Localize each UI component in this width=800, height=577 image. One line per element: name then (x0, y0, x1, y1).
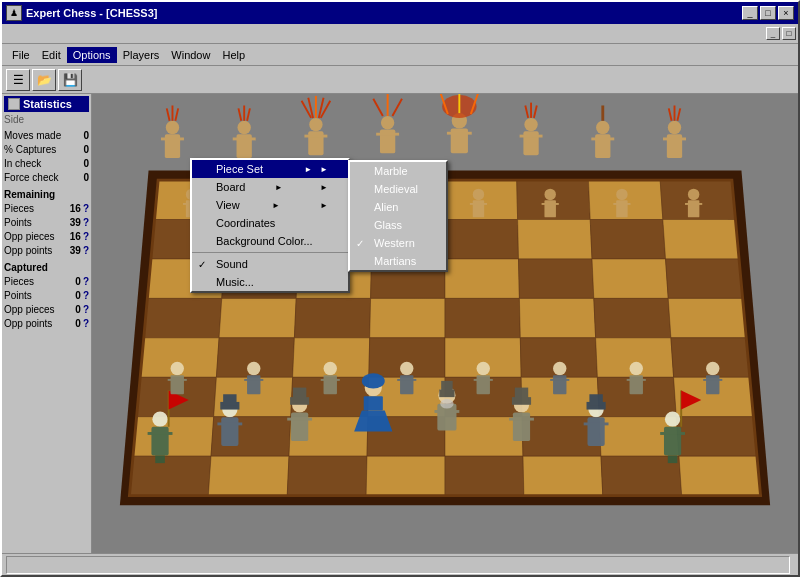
points-help-icon[interactable]: ? (83, 216, 89, 230)
menu-window[interactable]: Window (165, 47, 216, 63)
toolbar-new[interactable]: ☰ (6, 69, 30, 91)
menu-players[interactable]: Players (117, 47, 166, 63)
svg-point-178 (665, 411, 680, 426)
svg-point-136 (616, 189, 627, 200)
music-menu-item[interactable]: Music... (192, 273, 348, 291)
piece-western[interactable]: ✓ Western (350, 234, 446, 252)
svg-marker-28 (144, 298, 222, 337)
opp-pieces-help-icon[interactable]: ? (83, 230, 89, 244)
svg-point-190 (324, 362, 337, 375)
inner-maximize-button[interactable]: □ (782, 27, 796, 40)
svg-point-196 (477, 362, 490, 375)
stat-opp-points: Opp points 39 ? (4, 244, 89, 258)
svg-rect-157 (293, 388, 306, 401)
menubar: File Edit Options Players Window Help (2, 44, 798, 66)
minimize-button[interactable]: _ (742, 6, 758, 20)
stat-opp-pieces: Opp pieces 16 ? (4, 230, 89, 244)
piece-medieval[interactable]: Medieval (350, 180, 446, 198)
svg-rect-200 (553, 375, 566, 394)
toolbar: ☰ 📂 💾 (2, 66, 798, 94)
svg-marker-35 (668, 298, 746, 337)
board-area: Piece Set ► Marble Medieval Alien Glass … (92, 94, 798, 553)
pieces-help-icon[interactable]: ? (83, 202, 89, 216)
stat-moves-made: Moves made 0 (4, 129, 89, 143)
svg-point-199 (553, 362, 566, 375)
svg-rect-185 (171, 375, 184, 394)
svg-point-139 (688, 189, 699, 200)
svg-marker-31 (370, 298, 445, 337)
opp-cap-pieces-help-icon[interactable]: ? (83, 303, 89, 317)
svg-point-133 (544, 189, 555, 200)
inner-minimize-button[interactable]: _ (766, 27, 780, 40)
opp-points-help-icon[interactable]: ? (83, 244, 89, 258)
sound-menu-item[interactable]: ✓ Sound (192, 255, 348, 273)
svg-rect-154 (291, 412, 308, 441)
piece-martians[interactable]: Martians (350, 252, 446, 270)
captured-section: Captured (4, 262, 89, 273)
menu-help[interactable]: Help (216, 47, 251, 63)
menu-file[interactable]: File (6, 47, 36, 63)
piece-alien[interactable]: Alien (350, 198, 446, 216)
svg-marker-26 (592, 259, 668, 298)
svg-point-205 (706, 362, 719, 375)
svg-marker-61 (208, 456, 289, 495)
svg-marker-62 (287, 456, 367, 495)
svg-point-112 (668, 121, 681, 134)
piece-glass[interactable]: Glass (350, 216, 446, 234)
svg-rect-203 (630, 375, 643, 394)
stat-pieces: Pieces 16 ? (4, 202, 89, 216)
svg-rect-194 (400, 375, 413, 394)
piece-set-submenu[interactable]: Marble Medieval Alien Glass ✓ Western Ma… (348, 160, 448, 272)
side-label: Side (4, 114, 89, 125)
view-menu-item[interactable]: View ► (192, 196, 348, 214)
svg-point-202 (630, 362, 643, 375)
stats-header: Statistics (4, 96, 89, 112)
svg-rect-131 (473, 200, 484, 217)
piece-set-menu-item[interactable]: Piece Set ► Marble Medieval Alien Glass … (192, 160, 348, 178)
svg-marker-52 (133, 417, 214, 456)
svg-marker-60 (129, 456, 211, 495)
svg-point-108 (596, 121, 609, 134)
svg-point-89 (381, 116, 394, 129)
menu-options[interactable]: Options (67, 47, 117, 63)
bg-color-menu-item[interactable]: Background Color... (192, 232, 348, 250)
toolbar-open[interactable]: 📂 (32, 69, 56, 91)
menu-separator (192, 252, 348, 253)
cap-pieces-help-icon[interactable]: ? (83, 275, 89, 289)
western-check-icon: ✓ (356, 238, 364, 249)
statusbar (2, 553, 798, 575)
cap-points-help-icon[interactable]: ? (83, 289, 89, 303)
svg-point-75 (237, 121, 250, 134)
status-text (6, 556, 790, 574)
opp-cap-points-help-icon[interactable]: ? (83, 317, 89, 331)
stat-force-check: Force check 0 (4, 171, 89, 185)
stat-opp-cap-pieces: Opp pieces 0 ? (4, 303, 89, 317)
svg-rect-197 (477, 375, 490, 394)
piece-marble[interactable]: Marble (350, 162, 446, 180)
svg-marker-16 (445, 220, 519, 259)
svg-point-161 (362, 373, 385, 388)
svg-rect-134 (544, 200, 555, 217)
svg-marker-63 (366, 456, 445, 495)
close-button[interactable]: × (778, 6, 794, 20)
menu-edit[interactable]: Edit (36, 47, 67, 63)
stat-opp-cap-points: Opp points 0 ? (4, 317, 89, 331)
options-dropdown[interactable]: Piece Set ► Marble Medieval Alien Glass … (190, 158, 350, 293)
svg-rect-169 (513, 412, 530, 441)
svg-rect-143 (151, 427, 168, 456)
svg-marker-64 (445, 456, 524, 495)
window-title: Expert Chess - [CHESS3] (26, 7, 157, 19)
stat-cap-pieces: Pieces 0 ? (4, 275, 89, 289)
coordinates-menu-item[interactable]: Coordinates (192, 214, 348, 232)
svg-rect-206 (706, 375, 719, 394)
sound-check-icon: ✓ (198, 259, 206, 270)
stats-title: Statistics (23, 98, 72, 110)
maximize-button[interactable]: □ (760, 6, 776, 20)
stat-points: Points 39 ? (4, 216, 89, 230)
toolbar-save[interactable]: 💾 (58, 69, 82, 91)
svg-rect-177 (589, 394, 602, 405)
svg-rect-191 (324, 375, 337, 394)
board-menu-item[interactable]: Board ► (192, 178, 348, 196)
svg-rect-159 (364, 396, 383, 410)
titlebar-buttons: _ □ × (742, 6, 794, 20)
